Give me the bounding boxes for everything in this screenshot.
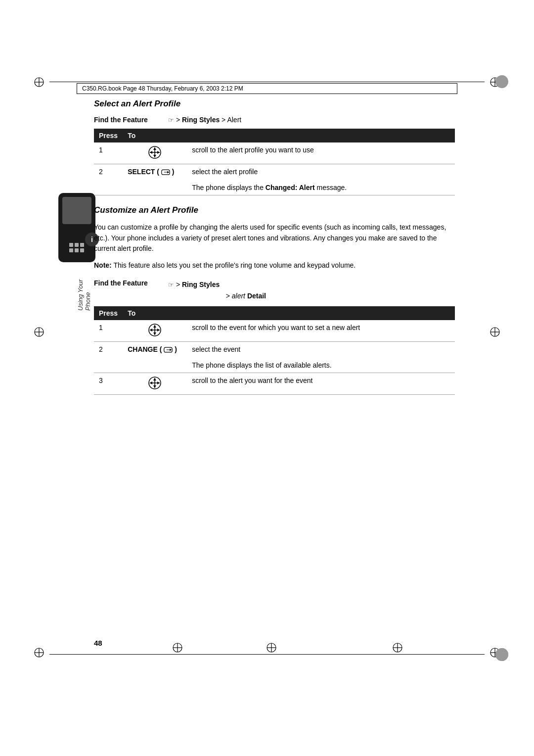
- scroll-icon-2: [148, 324, 161, 336]
- step2-press: SELECT ( ): [123, 164, 187, 195]
- s2-step3-num: 3: [94, 373, 123, 394]
- section2-body: You can customize a profile by changing …: [94, 222, 455, 254]
- note-body: This feature also lets you set the profi…: [113, 261, 356, 269]
- scroll-icon-1: [148, 146, 161, 159]
- svg-marker-32: [153, 332, 156, 335]
- menu-icon-2: ☞: [168, 281, 174, 288]
- svg-marker-27: [167, 171, 169, 174]
- section2-title: Customize an Alert Profile: [94, 205, 455, 215]
- phone-image-area: i: [57, 193, 96, 280]
- svg-marker-44: [157, 381, 160, 384]
- circle-mark-tr: [495, 75, 508, 88]
- svg-marker-42: [153, 385, 156, 388]
- table2-header-to: To: [123, 306, 455, 320]
- section1-table: Press To 1: [94, 129, 455, 195]
- section2-find-feature: Find the Feature ☞ > Ring Styles > alert…: [94, 279, 455, 301]
- section2-table: Press To 1: [94, 306, 455, 395]
- file-header-text: C350.RG.book Page 48 Thursday, February …: [82, 85, 243, 92]
- section1-find-feature: Find the Feature ☞ > Ring Styles > Alert: [94, 116, 455, 124]
- main-content: Select an Alert Profile Find the Feature…: [94, 99, 455, 405]
- step2-to: select the alert profile The phone displ…: [187, 164, 455, 195]
- circle-bottom-right: [495, 648, 508, 661]
- reg-mark-bm: [172, 642, 183, 655]
- table-row: 1 scroll to the alert pr: [94, 142, 455, 164]
- reg-mark-ml: [34, 327, 44, 339]
- page-number: 48: [94, 639, 102, 647]
- svg-marker-23: [150, 151, 152, 154]
- section1-find-feature-value: ☞ > Ring Styles > Alert: [168, 116, 241, 124]
- table-row: 2 CHANGE ( ) select the event The phone …: [94, 341, 455, 373]
- svg-marker-24: [157, 151, 160, 154]
- section2-note: Note: This feature also lets you set the…: [94, 260, 455, 271]
- s2-step3-to: scroll to the alert you want for the eve…: [187, 373, 455, 394]
- phone-keypad: [69, 243, 84, 252]
- reg-mark-bl: [34, 647, 44, 660]
- svg-marker-34: [157, 329, 160, 331]
- reg-mark-tl: [34, 77, 44, 89]
- svg-marker-41: [153, 378, 156, 380]
- section2-find-feature-value: ☞ > Ring Styles > alert Detail: [168, 279, 266, 301]
- file-header: C350.RG.book Page 48 Thursday, February …: [77, 83, 457, 94]
- step1-press: [123, 142, 187, 164]
- menu-icon: ☞: [168, 116, 174, 124]
- section2: Customize an Alert Profile You can custo…: [94, 205, 455, 395]
- ring-styles-text: Ring Styles: [182, 116, 220, 124]
- s2-step2-to: select the event The phone displays the …: [187, 341, 455, 373]
- reg-mark-bm2: [266, 642, 277, 655]
- s2-step2-press: CHANGE ( ): [123, 341, 187, 373]
- step2-num: 2: [94, 164, 123, 195]
- s2-step1-num: 1: [94, 320, 123, 342]
- note-label: Note:: [94, 261, 112, 269]
- top-line: [49, 82, 485, 82]
- alert-text: alert: [232, 292, 245, 300]
- section2-find-feature-label: Find the Feature: [94, 279, 168, 287]
- svg-marker-21: [153, 147, 156, 150]
- phone-screen: [62, 197, 91, 224]
- select-button-icon: [161, 169, 170, 175]
- svg-marker-37: [170, 349, 172, 351]
- table-row: 3 scroll to the alert you want for th: [94, 373, 455, 394]
- step1-num: 1: [94, 142, 123, 164]
- detail-text: Detail: [245, 292, 266, 300]
- s2-step1-to: scroll to the event for which you want t…: [187, 320, 455, 342]
- table2-header-press: Press: [94, 306, 123, 320]
- phone-device: [58, 193, 95, 262]
- section1-title: Select an Alert Profile: [94, 99, 455, 109]
- table-row: 1 scroll to the event for which you w: [94, 320, 455, 342]
- reg-mark-mr: [490, 327, 500, 339]
- change-button-icon: [164, 347, 173, 353]
- svg-marker-43: [150, 381, 152, 384]
- table-row: 2 SELECT ( ) select the alert profile Th…: [94, 164, 455, 195]
- section1-find-feature-label: Find the Feature: [94, 116, 168, 124]
- scroll-icon-3: [148, 377, 161, 389]
- svg-marker-31: [153, 325, 156, 328]
- step1-to: scroll to the alert profile you want to …: [187, 142, 455, 164]
- s2-step1-press: [123, 320, 187, 342]
- s2-step2-num: 2: [94, 341, 123, 373]
- ring-styles-text-2: Ring Styles: [182, 281, 220, 288]
- reg-mark-bm3: [392, 642, 403, 655]
- svg-marker-33: [150, 329, 152, 331]
- section1: Select an Alert Profile Find the Feature…: [94, 99, 455, 195]
- s2-step3-press: [123, 373, 187, 394]
- table1-header-to: To: [123, 129, 455, 142]
- table1-header-press: Press: [94, 129, 123, 142]
- svg-marker-22: [153, 155, 156, 157]
